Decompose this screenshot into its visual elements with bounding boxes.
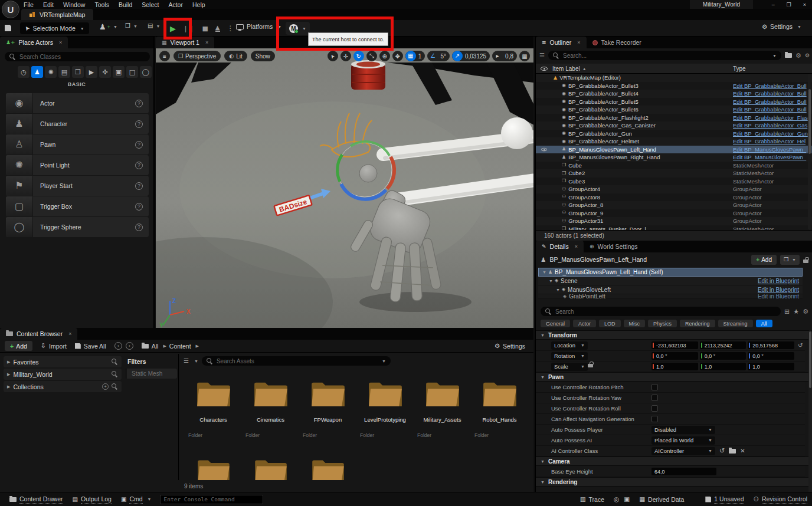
- cb-settings-button[interactable]: ⚙Settings: [495, 343, 525, 350]
- trace-button[interactable]: ▥Trace: [580, 496, 604, 503]
- outliner-row[interactable]: ⚇GroupActor8GroupActor: [536, 193, 812, 202]
- outliner-row[interactable]: ♟BP_ManusGlovesPawn_Right_HandEdit BP_Ma…: [536, 153, 812, 162]
- outliner-row-root[interactable]: ▲VRTemplateMap (Editor): [536, 74, 812, 82]
- rotation-dropdown[interactable]: Rotation▼: [551, 352, 588, 360]
- checkbox[interactable]: [651, 416, 658, 422]
- edit-blueprint-link[interactable]: Edit BP_GrabbableActor_Hel: [733, 138, 806, 144]
- tab-outliner[interactable]: ≡ Outliner ×: [536, 37, 587, 48]
- folder-partial[interactable]: [299, 449, 356, 485]
- volumes-icon[interactable]: ▣: [113, 66, 125, 78]
- folder-military_assets[interactable]: Military_AssetsFolder: [414, 372, 471, 449]
- media-icon[interactable]: ▶: [86, 66, 97, 78]
- save-icon[interactable]: [5, 25, 11, 31]
- folder-characters[interactable]: CharactersFolder: [185, 372, 242, 449]
- restore-button[interactable]: ❐: [787, 2, 791, 8]
- edit-in-blueprint-link[interactable]: Edit in Blueprint: [758, 278, 799, 284]
- forward-icon[interactable]: ›: [126, 342, 133, 350]
- checkbox[interactable]: [651, 405, 658, 412]
- shapes-icon[interactable]: ◯: [140, 66, 152, 78]
- gear-icon[interactable]: ⚙: [795, 52, 801, 59]
- filter-chip-misc[interactable]: Misc: [624, 320, 646, 327]
- add-actor-button[interactable]: ♟+▼: [99, 23, 117, 31]
- help-icon[interactable]: ?: [135, 120, 143, 128]
- search-icon[interactable]: [112, 359, 118, 365]
- dropdown-auto-possess-ai[interactable]: Placed in World▼: [651, 436, 715, 445]
- scale-snap-control[interactable]: ↗0,03125: [452, 51, 490, 61]
- surface-snap-icon[interactable]: ✥: [392, 51, 403, 61]
- stop-button[interactable]: ■: [202, 25, 208, 32]
- unsaved-button[interactable]: 1 Unsaved: [705, 495, 744, 504]
- search-assets-input[interactable]: Search Assets ▼: [202, 356, 391, 366]
- geometry-icon[interactable]: ❒: [72, 66, 84, 78]
- fps-icon[interactable]: ▣: [624, 496, 630, 502]
- edit-blueprint-link[interactable]: Edit BP_GrabbableActor_Gas: [733, 122, 807, 129]
- menu-actor[interactable]: Actor: [168, 1, 183, 8]
- lights-icon[interactable]: ✺: [45, 66, 57, 78]
- edit-blueprint-link[interactable]: Edit BP_GrabbableActor_Gun: [733, 130, 808, 137]
- details-scrollbar[interactable]: [808, 330, 812, 501]
- tab-world-settings[interactable]: ⊕ World Settings: [584, 241, 644, 252]
- location-y-field[interactable]: 2113,25242: [700, 341, 746, 349]
- outliner-search-input[interactable]: Search... ▼: [548, 51, 781, 60]
- outliner-row[interactable]: ⚇GroupActor4GroupActor: [536, 185, 812, 193]
- camera-speed-control[interactable]: ▸0,8: [492, 51, 517, 61]
- frame-skip-button[interactable]: ❘❘: [183, 25, 195, 32]
- place-item-pawn[interactable]: ♙Pawn?: [6, 134, 149, 155]
- breadcrumb-all[interactable]: All: [152, 343, 159, 350]
- viewport-menu-icon[interactable]: ≡: [159, 51, 170, 61]
- help-icon[interactable]: ?: [135, 203, 143, 211]
- edit-blueprint-link[interactable]: Edit BP_GrabbableActor_Bull: [733, 83, 807, 89]
- help-icon[interactable]: ?: [135, 100, 143, 107]
- lit-dropdown[interactable]: ◐Lit: [224, 51, 247, 61]
- outliner-row[interactable]: ♟BP_ManusGlovesPawn_Left_HandEdit BP_Man…: [536, 146, 812, 154]
- close-icon[interactable]: ×: [205, 40, 208, 45]
- add-asset-button[interactable]: +Add: [5, 341, 32, 351]
- folder-robot_hands[interactable]: Robot_HandsFolder: [471, 372, 528, 449]
- dropdown-auto-possess-player[interactable]: Disabled▼: [651, 426, 715, 434]
- eject-button[interactable]: ▲: [215, 25, 220, 32]
- sidebar-military-world[interactable]: ▶Military_World: [4, 369, 122, 380]
- filter-chip-general[interactable]: General: [541, 320, 570, 327]
- add-component-button[interactable]: +Add: [751, 255, 777, 265]
- recently-placed-icon[interactable]: ◷: [18, 66, 30, 78]
- minimize-button[interactable]: –: [772, 2, 775, 8]
- perspective-dropdown[interactable]: ❒Perspective: [173, 51, 221, 61]
- filter-chip-lod[interactable]: LOD: [599, 320, 621, 327]
- section-transform[interactable]: ▼Transform: [536, 330, 812, 340]
- section-rendering[interactable]: ▼Rendering: [536, 477, 812, 487]
- outliner-row[interactable]: ◉BP_GrabbableActor_Bullet3Edit BP_Grabba…: [536, 82, 812, 90]
- edit-blueprint-link[interactable]: Edit BP_GrabbableActor_Bull: [733, 90, 807, 97]
- close-icon[interactable]: ×: [577, 40, 580, 45]
- select-tool-icon[interactable]: ➤: [328, 51, 338, 61]
- filter-chip-actor[interactable]: Actor: [573, 320, 596, 327]
- static-mesh-filter-chip[interactable]: Static Mesh: [125, 369, 177, 379]
- filter-chip-physics[interactable]: Physics: [648, 320, 677, 327]
- grid-view-icon[interactable]: ⊞: [784, 308, 790, 315]
- tab-viewport-1[interactable]: ▦ Viewport 1 ×: [156, 37, 214, 48]
- scale-dropdown[interactable]: Scale▼: [551, 363, 588, 371]
- close-icon[interactable]: ×: [68, 331, 71, 337]
- help-icon[interactable]: ?: [135, 224, 143, 231]
- component-row[interactable]: ▼◈SceneEdit in Blueprint: [538, 277, 803, 285]
- scale-tool-icon[interactable]: ⤡: [366, 51, 377, 61]
- search-icon[interactable]: [112, 383, 118, 390]
- tab-vrtemplatemap[interactable]: VRTemplateMap: [21, 9, 93, 20]
- blueprints-button[interactable]: ❒▼: [125, 23, 137, 29]
- outliner-row[interactable]: ◉BP_GrabbableActor_Bullet5Edit BP_Grabba…: [536, 98, 812, 106]
- cinematic-icon[interactable]: ▤: [58, 66, 70, 78]
- menu-select[interactable]: Select: [142, 1, 159, 8]
- browse-icon[interactable]: [729, 449, 736, 454]
- checkbox[interactable]: [651, 395, 658, 401]
- basic-icon[interactable]: ♟: [31, 66, 43, 78]
- rotation-x-field[interactable]: 0,0 °: [651, 352, 698, 360]
- outliner-row[interactable]: ❒Military_assets_Bunker_Door_lStaticMesh…: [536, 225, 812, 231]
- item-label-column[interactable]: Item Label: [552, 65, 580, 72]
- multiplayer-host-dropdown[interactable]: M ▼: [286, 22, 310, 35]
- outliner-row[interactable]: ❒Cube2StaticMeshActor: [536, 169, 812, 178]
- reset-icon[interactable]: ↺: [798, 343, 803, 349]
- dropdown-ai-controller-class[interactable]: AIController▼: [651, 447, 715, 455]
- settings-dropdown[interactable]: ⚙ Settings ▼: [762, 23, 801, 30]
- menu-help[interactable]: Help: [192, 1, 205, 8]
- outliner-row[interactable]: ◉BP_GrabbableActor_GunEdit BP_GrabbableA…: [536, 130, 812, 138]
- add-collection-icon[interactable]: +: [102, 383, 109, 390]
